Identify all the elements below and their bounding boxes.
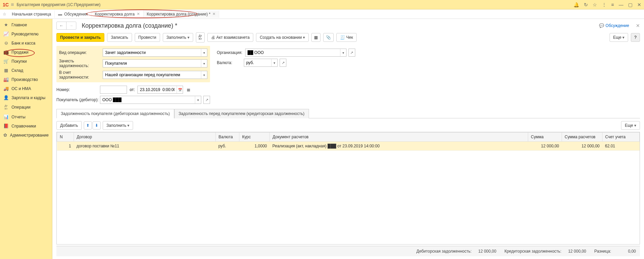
- tab-correction-new[interactable]: Корректировка долга (создание) *✕: [144, 10, 220, 18]
- app-title: Бухгалтерия предприятия (1С:Предприятие): [17, 2, 573, 7]
- sidebar-item-purchases[interactable]: 🛒Покупки: [0, 57, 52, 66]
- col-rate[interactable]: Курс: [239, 133, 270, 142]
- create-based-button[interactable]: Создать на основании: [256, 33, 309, 42]
- op-type-input[interactable]: [103, 49, 201, 56]
- bell-icon[interactable]: 🔔: [573, 2, 579, 7]
- open-button[interactable]: ↗: [349, 49, 355, 57]
- back-button[interactable]: ←: [57, 22, 67, 29]
- dropdown-icon[interactable]: ▾: [340, 49, 346, 56]
- close-icon[interactable]: ✕: [137, 12, 140, 16]
- bank-icon: ⊖: [3, 40, 9, 46]
- discussion-link[interactable]: 💬Обсуждение: [599, 23, 629, 28]
- help-button[interactable]: ?: [631, 33, 640, 42]
- minimize-icon[interactable]: —: [619, 2, 623, 7]
- sidebar-item-reports[interactable]: 📊Отчеты: [0, 112, 52, 121]
- close-icon[interactable]: ✕: [212, 12, 215, 16]
- menu-icon[interactable]: ⋮: [602, 2, 607, 7]
- op-type-label: Вид операции:: [59, 50, 101, 55]
- col-account[interactable]: Счет учета: [602, 133, 640, 142]
- write-button[interactable]: Записать: [107, 33, 132, 42]
- tab-discussions[interactable]: ▬Обсуждения: [55, 10, 92, 18]
- date-input[interactable]: [138, 86, 177, 93]
- open-button[interactable]: ↗: [280, 59, 286, 67]
- structure-button[interactable]: ▦: [311, 33, 320, 42]
- forward-button[interactable]: →: [67, 22, 76, 29]
- col-doc[interactable]: Документ расчетов: [270, 133, 528, 142]
- sidebar: ★Главное 📈Руководителю ⊖Банк и касса 💼Пр…: [0, 19, 52, 259]
- col-n[interactable]: N: [57, 133, 74, 142]
- credit-label: Кредиторская задолженность:: [505, 249, 562, 254]
- sidebar-item-production[interactable]: 🏭Производство: [0, 75, 52, 84]
- sidebar-item-sales[interactable]: 💼Продажи: [0, 48, 52, 57]
- offset-input[interactable]: [103, 60, 201, 67]
- tab-debtor[interactable]: Задолженность покупателя (дебиторская за…: [56, 109, 174, 118]
- close-page-icon[interactable]: ✕: [636, 23, 640, 28]
- dropdown-icon[interactable]: ▾: [201, 49, 207, 56]
- dropdown-icon[interactable]: ▾: [271, 59, 277, 66]
- currency-input[interactable]: [244, 59, 271, 66]
- calendar-icon[interactable]: 📅: [177, 86, 183, 93]
- filter-icon[interactable]: ≡: [611, 2, 614, 7]
- col-sumcalc[interactable]: Сумма расчетов: [562, 133, 602, 142]
- tabbar: ☆ Начальная страница ▬Обсуждения Коррект…: [0, 9, 644, 19]
- debit-value: 12 000,00: [473, 249, 496, 254]
- dropdown-icon[interactable]: ▾: [195, 96, 201, 104]
- sidebar-item-admin[interactable]: ✿Администрирование: [0, 131, 52, 140]
- col-sum[interactable]: Сумма: [528, 133, 562, 142]
- diff-value: 0,00: [612, 249, 636, 254]
- debit-label: Дебиторская задолженность:: [416, 249, 471, 254]
- chat-icon: 💬: [599, 23, 604, 28]
- close-icon[interactable]: ✕: [637, 2, 641, 7]
- nav-buttons: ← →: [56, 22, 76, 30]
- move-down-button[interactable]: ⬇: [93, 121, 101, 130]
- tab-star-icon[interactable]: ☆: [3, 12, 6, 17]
- sidebar-item-salary[interactable]: 👤Зарплата и кадры: [0, 93, 52, 102]
- attach-button[interactable]: 📎: [323, 33, 334, 42]
- table-more-button[interactable]: Еще: [621, 121, 640, 130]
- check-button[interactable]: 🧾 Чек: [336, 33, 357, 42]
- sidebar-item-bank[interactable]: ⊖Банк и касса: [0, 38, 52, 48]
- fill-button[interactable]: Заполнить: [163, 33, 193, 42]
- footer-summary: Дебиторская задолженность: 12 000,00 Кре…: [56, 246, 640, 256]
- sidebar-item-manager[interactable]: 📈Руководителю: [0, 29, 52, 38]
- history-icon[interactable]: ↻: [584, 2, 588, 7]
- more-button[interactable]: Еще: [610, 33, 628, 42]
- sidebar-item-main[interactable]: ★Главное: [0, 20, 52, 29]
- table-fill-button[interactable]: Заполнить: [103, 121, 133, 130]
- col-contract[interactable]: Договор: [74, 133, 216, 142]
- org-input[interactable]: [246, 49, 340, 56]
- tab-home[interactable]: Начальная страница: [8, 10, 55, 18]
- buyer-input[interactable]: [100, 96, 195, 104]
- col-currency[interactable]: Валюта: [216, 133, 239, 142]
- warehouse-icon: ▦: [3, 68, 9, 73]
- maximize-icon[interactable]: ▢: [628, 2, 633, 7]
- dropdown-icon[interactable]: ▾: [201, 60, 207, 67]
- dtkt-button[interactable]: ДтКт: [196, 32, 205, 42]
- star-icon[interactable]: ☆: [593, 2, 597, 7]
- sidebar-item-warehouse[interactable]: ▦Склад: [0, 66, 52, 75]
- open-button[interactable]: ↗: [203, 96, 210, 104]
- offset-act-button[interactable]: 🖨 Акт взаимозачета: [207, 33, 253, 42]
- add-row-button[interactable]: Добавить: [56, 121, 82, 130]
- date-extra-icon[interactable]: ▦: [185, 86, 192, 94]
- discussion-icon: ▬: [58, 12, 62, 17]
- move-up-button[interactable]: ⬆: [84, 121, 92, 130]
- sidebar-item-assets[interactable]: 🚚ОС и НМА: [0, 84, 52, 93]
- tab-creditor[interactable]: Задолженность перед покупателем (кредито…: [174, 109, 309, 118]
- main-toolbar: Провести и закрыть Записать Провести Зап…: [56, 32, 640, 42]
- sidebar-item-operations[interactable]: Дт КтОперации: [0, 102, 52, 112]
- star-icon: ★: [3, 22, 9, 27]
- post-and-close-button[interactable]: Провести и закрыть: [56, 33, 104, 42]
- number-input[interactable]: [100, 86, 127, 93]
- sidebar-item-catalogs[interactable]: 📕Справочники: [0, 121, 52, 131]
- titlebar: 1C ≡ Бухгалтерия предприятия (1С:Предпри…: [0, 0, 644, 9]
- dropdown-icon[interactable]: ▾: [201, 71, 207, 79]
- post-button[interactable]: Провести: [135, 33, 160, 42]
- table-row[interactable]: 1 договор поставки №11 руб. 1,0000 Реали…: [57, 142, 640, 151]
- truck-icon: 🚚: [3, 86, 9, 91]
- diff-label: Разница:: [594, 249, 611, 254]
- number-label: Номер:: [56, 87, 99, 92]
- tab-correction-1[interactable]: Корректировка долга✕: [92, 10, 144, 18]
- hamburger-icon[interactable]: ≡: [11, 2, 14, 8]
- against-input[interactable]: [103, 71, 201, 79]
